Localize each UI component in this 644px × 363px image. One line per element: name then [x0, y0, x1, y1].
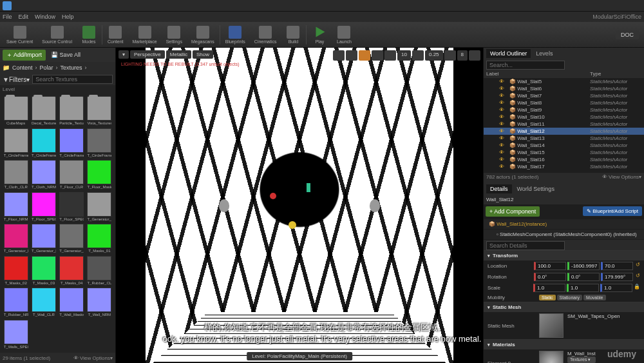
outliner-search-input[interactable] — [486, 61, 565, 70]
outliner-row[interactable]: 👁📦 Wall_Slat8StaticMeshActor — [484, 99, 644, 106]
tb-source-control[interactable]: Source Control — [38, 23, 76, 46]
asset-tile[interactable]: T_Floor_NRM — [3, 192, 29, 223]
asset-tile[interactable]: T_CircleFrame_SPEC — [86, 128, 113, 159]
eye-icon[interactable]: 👁 — [499, 93, 506, 99]
asset-tile[interactable]: T_Rubber_NRM — [3, 288, 29, 319]
outliner-row[interactable]: 👁📦 Wall_Slat15StaticMeshActor — [484, 149, 644, 156]
eye-icon[interactable]: 👁 — [499, 107, 506, 113]
tb-megascans[interactable]: Megascans — [187, 23, 218, 46]
outliner-view-options[interactable]: 👁 View Options▾ — [602, 174, 641, 182]
mobility-movable[interactable]: Movable — [583, 295, 605, 300]
eye-icon[interactable]: 👁 — [499, 79, 506, 84]
vp-camera-icon[interactable] — [444, 50, 456, 61]
vp-angle-icon[interactable] — [412, 50, 424, 61]
asset-tile[interactable]: T_Cloth_NRM — [30, 160, 57, 191]
asset-tile[interactable]: T_Floor_SPEC_Fw — [59, 192, 85, 223]
vp-transform-icon[interactable] — [333, 50, 345, 61]
tb-play[interactable]: Play — [308, 23, 331, 46]
eye-icon[interactable]: 👁 — [499, 114, 506, 120]
tb-modes[interactable]: Modes — [77, 23, 100, 46]
eye-icon[interactable]: 👁 — [499, 100, 506, 106]
asset-tile[interactable]: T_Generator_Masks — [3, 224, 29, 255]
asset-tile[interactable]: T_Generator_CLR — [86, 192, 113, 223]
tb-cinematics[interactable]: Cinematics — [251, 23, 281, 46]
menu-edit[interactable]: Edit — [19, 14, 29, 20]
filters-button[interactable]: ▼Filters▾ — [3, 76, 30, 83]
tb-launch[interactable]: Launch — [332, 23, 355, 46]
reset-icon[interactable]: ↺ — [636, 262, 640, 270]
rotation-z[interactable] — [601, 273, 633, 281]
folder-tile[interactable]: CubeMaps — [3, 96, 29, 127]
tb-save[interactable]: Save Current — [3, 23, 37, 46]
menu-help[interactable]: Help — [62, 14, 74, 20]
material-thumbnail[interactable] — [539, 351, 564, 363]
vp-grid-snap[interactable]: 10 — [397, 50, 411, 61]
col-type[interactable]: Type — [590, 71, 641, 77]
viewport-3d[interactable] — [116, 48, 483, 363]
lock-icon[interactable]: 🔒 — [634, 284, 640, 292]
outliner-row[interactable]: 👁📦 Wall_Slat7StaticMeshActor — [484, 92, 644, 99]
asset-tile[interactable]: T_CircleFrame_Masks — [30, 128, 57, 159]
location-x[interactable] — [534, 262, 566, 270]
save-all-button[interactable]: 💾 Save All — [48, 50, 83, 59]
scale-y[interactable] — [567, 284, 599, 292]
vp-scale-snap[interactable]: 0.25 — [425, 50, 443, 61]
vp-viewmode[interactable]: Metallic — [166, 50, 191, 59]
breadcrumb[interactable]: 📁 Content› Polar› Textures› — [0, 62, 115, 74]
location-y[interactable] — [567, 262, 600, 270]
folder-tile[interactable]: Vista_Textures — [86, 96, 113, 127]
tb-marketplace[interactable]: Marketplace — [128, 23, 160, 46]
menu-file[interactable]: File — [3, 14, 12, 20]
eye-icon[interactable]: 👁 — [499, 86, 506, 92]
outliner-row[interactable]: 👁📦 Wall_Slat13StaticMeshActor — [484, 135, 644, 142]
vp-camera-speed[interactable]: 8 — [457, 50, 468, 61]
asset-tile[interactable]: T_Floor_CLR — [59, 160, 85, 191]
blueprint-button[interactable]: ✎ Blueprint/Add Script — [583, 206, 642, 216]
outliner-row[interactable]: 👁📦 Wall_Slat17StaticMeshActor — [484, 163, 644, 170]
vp-transform-icon[interactable] — [359, 50, 370, 61]
eye-icon[interactable]: 👁 — [499, 142, 506, 148]
reset-icon[interactable]: ↺ — [636, 273, 640, 281]
component-child[interactable]: ▫ StaticMeshComponent (StaticMeshCompone… — [484, 230, 644, 239]
location-z[interactable] — [601, 262, 633, 270]
outliner-row[interactable]: 👁📦 Wall_Slat9StaticMeshActor — [484, 106, 644, 113]
menu-window[interactable]: Window — [35, 14, 55, 20]
vp-snap-icon[interactable] — [384, 50, 396, 61]
asset-tile[interactable]: T_Wall_Masks — [59, 288, 85, 319]
section-materials[interactable]: Materials — [484, 340, 644, 349]
vp-perspective[interactable]: Perspective — [130, 50, 165, 59]
asset-tile[interactable]: T_CircleFrame_CLR — [3, 128, 29, 159]
asset-tile[interactable]: T_Rubber_CLR — [86, 256, 113, 287]
eye-icon[interactable]: 👁 — [499, 164, 506, 170]
col-label[interactable]: Label — [486, 71, 590, 77]
asset-tile[interactable]: T_Masks_04 — [59, 256, 85, 287]
doc-button[interactable]: DOC — [616, 30, 639, 39]
outliner-row[interactable]: 👁📦 Wall_Slat12StaticMeshActor — [484, 128, 644, 135]
asset-tile[interactable]: T_Masks_01 — [86, 224, 113, 255]
textures-dropdown[interactable]: Textures ▾ — [567, 357, 596, 363]
asset-tile[interactable]: T_Cloth_CLR — [3, 160, 29, 191]
outliner-row[interactable]: 👁📦 Wall_Slat6StaticMeshActor — [484, 85, 644, 92]
rotation-y[interactable] — [567, 273, 600, 281]
asset-tile[interactable]: T_Generator_SPEC — [59, 224, 85, 255]
folder-tile[interactable]: Particle_Textures — [59, 96, 85, 127]
outliner-row[interactable]: 👁📦 Wall_Slat16StaticMeshActor — [484, 156, 644, 163]
content-search-input[interactable] — [32, 75, 113, 84]
vp-show[interactable]: Show — [193, 50, 213, 59]
vp-transform-icon[interactable] — [346, 50, 357, 61]
eye-icon[interactable]: 👁 — [499, 150, 506, 155]
asset-tile[interactable]: T_Wall_NRM — [86, 288, 113, 319]
asset-tile[interactable]: T_Generator_NRM — [30, 224, 57, 255]
scale-z[interactable] — [600, 284, 632, 292]
asset-tile[interactable]: T_Wall_CLR — [30, 288, 57, 319]
outliner-row[interactable]: 👁📦 Wall_Slat5StaticMeshActor — [484, 78, 644, 85]
scale-x[interactable] — [533, 284, 565, 292]
add-import-button[interactable]: ＋Add/Import — [3, 50, 46, 61]
add-component-button[interactable]: + Add Component — [486, 206, 540, 217]
vp-coord-icon[interactable] — [372, 50, 383, 61]
details-search-input[interactable] — [486, 241, 565, 250]
tab-world-settings[interactable]: World Settings — [513, 184, 558, 193]
outliner-row[interactable]: 👁📦 Wall_Slat10StaticMeshActor — [484, 113, 644, 121]
asset-tile[interactable]: T_Floor_Masks — [86, 160, 113, 191]
asset-tile[interactable]: T_Walls_SPEC — [3, 320, 29, 351]
